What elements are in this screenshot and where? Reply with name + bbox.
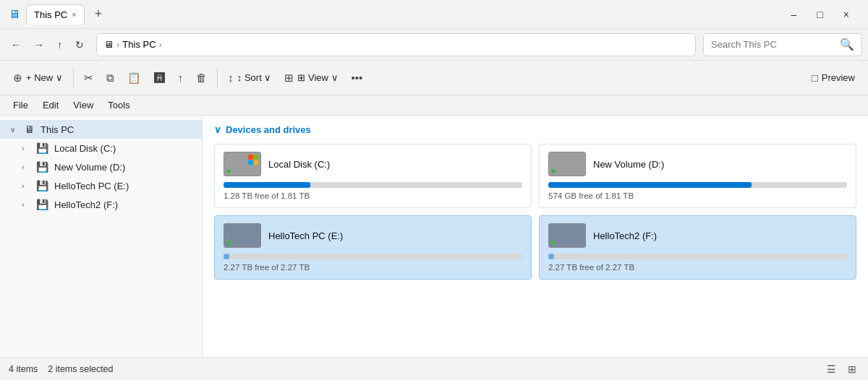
delete-icon: 🗑 <box>196 72 207 84</box>
drive-d-icon: 💾 <box>36 161 48 173</box>
sidebar-item-new-volume[interactable]: › 💾 New Volume (D:) <box>0 157 202 176</box>
copy-icon: ⧉ <box>106 72 114 85</box>
back-button[interactable]: ← <box>6 36 26 53</box>
progress-bg-e <box>224 254 522 259</box>
devices-section-header: ∨ Devices and drives <box>214 124 856 135</box>
title-bar: 🖥 This PC × + – □ × <box>0 0 868 29</box>
drive-name-f: HelloTech2 (F:) <box>593 230 657 241</box>
drive-info-d: 574 GB free of 1.81 TB <box>548 191 847 200</box>
drive-name-e: HelloTech PC (E:) <box>268 230 343 241</box>
drive-c-icon: 💾 <box>36 142 48 154</box>
status-bar: 4 items 2 items selected ☰ ⊞ <box>0 357 868 380</box>
address-bar: ← → ↑ ↻ 🖥 › This PC › 🔍 <box>0 29 868 61</box>
main-area: ∨ 🖥 This PC › 💾 Local Disk (C:) › 💾 New … <box>0 116 868 357</box>
drive-e-icon: 💾 <box>36 180 48 191</box>
menu-bar: File Edit View Tools <box>0 95 868 116</box>
tab-label: This PC <box>34 9 67 20</box>
forward-button[interactable]: → <box>29 36 49 53</box>
selected-count: 2 items selected <box>48 364 113 374</box>
drive-card-top-d: New Volume (D:) <box>548 152 847 176</box>
view-button[interactable]: ⊞ ⊞ View ∨ <box>278 68 344 88</box>
preview-button[interactable]: □ Preview <box>806 68 861 87</box>
new-icon: ⊕ <box>13 72 22 85</box>
drive-name-d: New Volume (D:) <box>593 159 664 170</box>
sidebar-item-this-pc[interactable]: ∨ 🖥 This PC <box>0 120 202 139</box>
progress-fill-e <box>224 254 229 259</box>
ribbon-separator-1 <box>73 68 74 88</box>
drive-light-d <box>551 169 556 173</box>
up-button[interactable]: ↑ <box>52 36 67 53</box>
drive-info-f: 2.27 TB free of 2.27 TB <box>548 263 847 272</box>
drive-card-top-c: Local Disk (C:) <box>224 152 522 176</box>
new-button[interactable]: ⊕ + New ∨ <box>7 68 69 88</box>
drive-name-c: Local Disk (C:) <box>268 159 330 170</box>
menu-file[interactable]: File <box>6 97 35 113</box>
view-icon: ⊞ <box>284 72 294 85</box>
address-path[interactable]: 🖥 › This PC › <box>96 33 696 56</box>
rename-icon: 🅰 <box>154 72 165 84</box>
more-button[interactable]: ••• <box>346 68 369 87</box>
preview-icon: □ <box>812 72 818 84</box>
progress-bg-d <box>548 182 847 188</box>
sidebar-label-hellotech-e: HelloTech PC (E:) <box>54 181 195 191</box>
rename-button[interactable]: 🅰 <box>148 68 171 87</box>
windows-icon-c <box>248 155 258 165</box>
expand-icon: › <box>22 201 30 209</box>
section-label: Devices and drives <box>226 124 311 135</box>
cut-button[interactable]: ✂ <box>78 68 99 88</box>
sidebar-item-hellotech2-f[interactable]: › 💾 HelloTech2 (F:) <box>0 195 202 214</box>
menu-view[interactable]: View <box>66 97 101 113</box>
window-controls: – □ × <box>781 6 859 23</box>
more-icon: ••• <box>352 72 363 84</box>
tile-view-button[interactable]: ⊞ <box>845 362 859 376</box>
maximize-button[interactable]: □ <box>807 6 833 23</box>
paste-button[interactable]: 📋 <box>122 68 147 88</box>
drive-thumb-d <box>548 152 586 176</box>
search-icon: 🔍 <box>840 38 854 51</box>
section-chevron: ∨ <box>214 124 221 135</box>
search-input[interactable] <box>711 39 835 50</box>
sidebar-item-local-disk[interactable]: › 💾 Local Disk (C:) <box>0 139 202 157</box>
new-tab-button[interactable]: + <box>90 7 107 22</box>
path-text: This PC <box>122 39 156 50</box>
ribbon-separator-2 <box>217 68 218 88</box>
drive-info-e: 2.27 TB free of 2.27 TB <box>224 263 522 272</box>
sort-button[interactable]: ↕ ↕ Sort ∨ <box>222 68 277 87</box>
drive-thumb-e <box>224 223 261 248</box>
drive-card-e[interactable]: HelloTech PC (E:) 2.27 TB free of 2.27 T… <box>214 215 532 280</box>
title-tab[interactable]: This PC × <box>26 4 85 25</box>
drive-card-c[interactable]: Local Disk (C:) 1.28 TB free of 1.81 TB <box>214 144 532 208</box>
expand-icon: › <box>22 163 30 171</box>
refresh-button[interactable]: ↻ <box>70 36 89 53</box>
item-count: 4 items <box>9 364 38 374</box>
drive-card-f[interactable]: HelloTech2 (F:) 2.27 TB free of 2.27 TB <box>539 215 856 280</box>
delete-button[interactable]: 🗑 <box>190 68 213 87</box>
tab-close-button[interactable]: × <box>72 10 76 19</box>
progress-fill-c <box>224 182 310 188</box>
menu-tools[interactable]: Tools <box>101 97 137 113</box>
menu-edit[interactable]: Edit <box>35 97 66 113</box>
drive-card-d[interactable]: New Volume (D:) 574 GB free of 1.81 TB <box>539 144 856 208</box>
share-icon: ↑ <box>178 72 184 84</box>
status-right: ☰ ⊞ <box>824 362 859 376</box>
drive-light-c <box>226 169 231 173</box>
sidebar-label-local-disk: Local Disk (C:) <box>54 143 195 154</box>
drive-card-top-e: HelloTech PC (E:) <box>224 223 522 248</box>
expand-icon: › <box>22 144 30 152</box>
drive-info-c: 1.28 TB free of 1.81 TB <box>224 191 522 200</box>
drive-light-f <box>551 241 556 245</box>
share-button[interactable]: ↑ <box>172 68 190 87</box>
sidebar-item-hellotech-e[interactable]: › 💾 HelloTech PC (E:) <box>0 176 202 195</box>
expand-icon: › <box>22 182 30 190</box>
minimize-button[interactable]: – <box>781 6 807 23</box>
drive-light-e <box>226 241 231 245</box>
close-button[interactable]: × <box>833 6 859 23</box>
copy-button[interactable]: ⧉ <box>101 68 120 88</box>
list-view-button[interactable]: ☰ <box>824 362 839 376</box>
computer-sidebar-icon: 🖥 <box>25 124 35 135</box>
computer-icon: 🖥 <box>9 8 20 21</box>
drive-thumb-c <box>224 152 261 176</box>
search-box[interactable]: 🔍 <box>703 33 862 56</box>
content-area: ∨ Devices and drives Local Disk (C:) <box>203 116 868 357</box>
drive-f-icon: 💾 <box>36 199 48 210</box>
